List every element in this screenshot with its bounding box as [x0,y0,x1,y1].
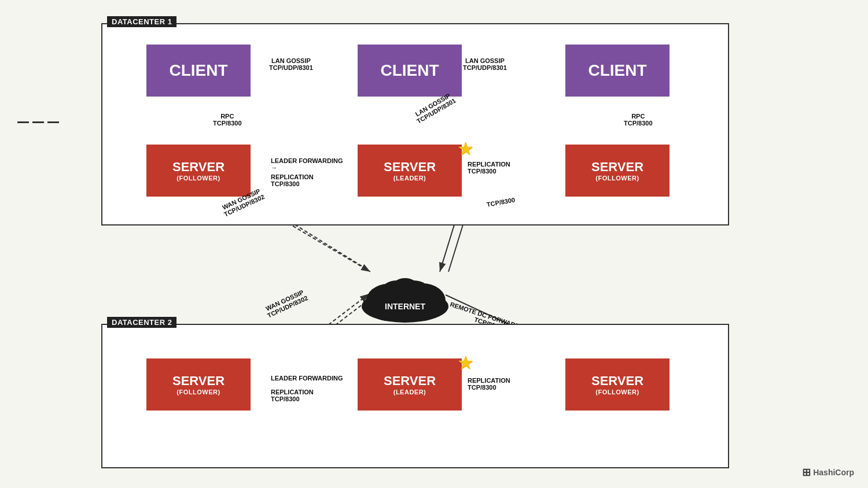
leader-star-dc2: ★ [457,352,474,374]
wan-gossip-dc2-label: WAN GOSSIPTCP/UDP/8302 [263,288,309,319]
lan-gossip-label-2: LAN GOSSIP TCP/UDP/8301 [463,57,507,71]
rpc-label-2: RPC TCP/8300 [624,113,653,127]
datacenter1-label: DATACENTER 1 [107,16,176,27]
server6-label: SERVER [591,374,643,389]
replication-label-dc1-left: REPLICATION TCP/8300 [271,173,314,187]
main-container: DATACENTER 1 CLIENT CLIENT CLIENT LAN GO… [0,0,868,488]
hashicorp-icon: ⊞ [802,466,811,479]
svg-point-27 [391,278,419,299]
server2-sub: (LEADER) [393,175,426,182]
client1-box: CLIENT [146,45,251,97]
hashicorp-logo: ⊞ HashiCorp [802,466,854,479]
server3-label: SERVER [591,160,643,175]
server2-dc1-box: SERVER (LEADER) [358,145,462,197]
client2-box: CLIENT [358,45,462,97]
client3-label: CLIENT [588,61,646,80]
replication-label-dc1-right: REPLICATION TCP/8300 [468,161,510,175]
server5-label: SERVER [384,374,436,389]
leader-forwarding-label-dc1: LEADER FORWARDING → [271,157,343,171]
legend-dash-3 [47,121,59,123]
rpc-label-1: RPC TCP/8300 [213,113,242,127]
server3-sub: (FOLLOWER) [595,175,639,182]
server2-label: SERVER [384,160,436,175]
legend [17,121,59,123]
server4-sub: (FOLLOWER) [176,389,220,395]
server3-dc1-box: SERVER (FOLLOWER) [565,145,670,197]
hashicorp-text: HashiCorp [813,468,854,477]
client3-box: CLIENT [565,45,670,97]
leader-forwarding-label-dc2: LEADER FORWARDING [271,375,343,382]
client1-label: CLIENT [169,61,227,80]
legend-dash-1 [17,121,29,123]
server6-sub: (FOLLOWER) [595,389,639,395]
legend-dash-2 [32,121,44,123]
server5-dc2-box: SERVER (LEADER) [358,358,462,411]
server5-sub: (LEADER) [393,389,426,395]
server1-dc1-box: SERVER (FOLLOWER) [146,145,251,197]
replication-label-dc2-left: REPLICATION TCP/8300 [271,389,314,402]
server4-label: SERVER [172,374,225,389]
server1-label: SERVER [172,160,225,175]
leader-star-dc1: ★ [457,138,474,160]
lan-gossip-label-1: LAN GOSSIP TCP/UDP/8301 [269,57,313,71]
server6-dc2-box: SERVER (FOLLOWER) [565,358,670,411]
replication-label-dc2-right: REPLICATION TCP/8300 [468,377,510,391]
server1-sub: (FOLLOWER) [176,175,220,182]
internet-cloud: INTERNET [347,263,463,327]
svg-text:INTERNET: INTERNET [385,302,425,311]
client2-label: CLIENT [380,61,439,80]
server4-dc2-box: SERVER (FOLLOWER) [146,358,251,411]
datacenter2-label: DATACENTER 2 [107,317,176,328]
